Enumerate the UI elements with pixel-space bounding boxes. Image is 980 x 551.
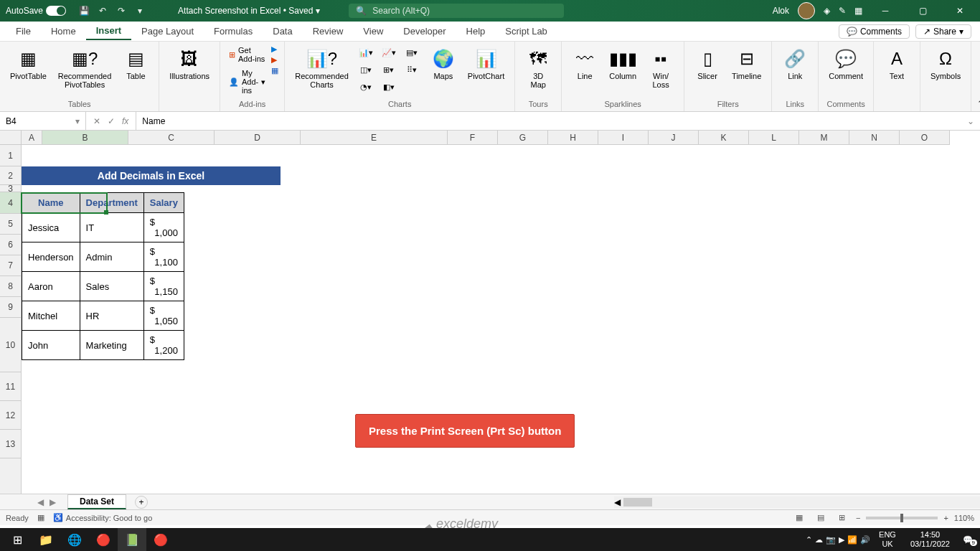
visio-icon[interactable]: ▦: [271, 66, 278, 75]
zoom-out-button[interactable]: −: [856, 514, 860, 522]
row-header[interactable]: 13: [0, 430, 21, 458]
maps-button[interactable]: 🌍Maps: [426, 44, 461, 83]
camera-icon[interactable]: 📷: [826, 535, 836, 545]
redo-icon[interactable]: ↷: [114, 4, 128, 18]
row-header[interactable]: 5: [0, 214, 21, 235]
undo-icon[interactable]: ↶: [95, 4, 110, 18]
col-header[interactable]: K: [699, 131, 749, 144]
grid-body[interactable]: Add Decimals in Excel NameDepartmentSala…: [22, 145, 980, 494]
row-header[interactable]: 7: [0, 255, 21, 276]
col-header[interactable]: B: [42, 131, 128, 144]
col-header[interactable]: N: [849, 131, 900, 144]
bing-icon[interactable]: ▶: [271, 44, 278, 54]
autosave-toggle[interactable]: AutoSave: [6, 6, 66, 16]
tab-developer[interactable]: Developer: [393, 23, 456, 39]
zoom-slider[interactable]: [866, 517, 938, 519]
get-addins-button[interactable]: ⊞Get Add-ins: [226, 44, 268, 65]
qat-dropdown-icon[interactable]: ▾: [133, 4, 147, 18]
text-button[interactable]: AText: [880, 44, 914, 83]
tray-chevron-icon[interactable]: ⌃: [806, 535, 812, 545]
people-icon[interactable]: ▶: [271, 55, 278, 65]
tab-review[interactable]: Review: [303, 23, 354, 39]
toggle-switch[interactable]: [46, 6, 66, 16]
fx-icon[interactable]: fx: [122, 116, 128, 126]
my-addins-button[interactable]: 👤My Add-ins▾: [226, 67, 268, 96]
notification-icon[interactable]: 💬9: [958, 535, 977, 545]
start-button[interactable]: ⊞: [3, 528, 32, 551]
row-header[interactable]: 10: [0, 318, 21, 372]
meet-icon[interactable]: ▶: [839, 535, 844, 545]
close-button[interactable]: ✕: [946, 0, 974, 22]
symbols-button[interactable]: ΩSymbols: [926, 44, 965, 83]
select-all-corner[interactable]: [0, 131, 22, 145]
tab-insert[interactable]: Insert: [86, 22, 131, 40]
tab-formulas[interactable]: Formulas: [204, 23, 263, 39]
tab-data[interactable]: Data: [263, 23, 302, 39]
tab-home[interactable]: Home: [41, 23, 86, 39]
tab-help[interactable]: Help: [456, 23, 496, 39]
tab-file[interactable]: File: [6, 23, 41, 39]
row-header[interactable]: 1: [0, 145, 21, 166]
formula-input[interactable]: Name: [136, 116, 961, 126]
scatter-chart-icon[interactable]: ⠿▾: [402, 62, 422, 77]
minimize-button[interactable]: ─: [871, 0, 900, 22]
normal-view-button[interactable]: ▦: [791, 512, 807, 524]
link-button[interactable]: 🔗Link: [778, 44, 812, 83]
tab-script-lab[interactable]: Script Lab: [495, 23, 557, 39]
zoom-in-button[interactable]: +: [943, 514, 948, 522]
sheet-tab-active[interactable]: Data Set: [67, 494, 126, 509]
wifi-icon[interactable]: 📶: [847, 535, 857, 545]
save-icon[interactable]: 💾: [77, 4, 91, 18]
comment-button[interactable]: 💬Comment: [824, 44, 867, 83]
col-header[interactable]: M: [799, 131, 849, 144]
opera-icon[interactable]: 🔴: [146, 528, 175, 551]
pie-chart-icon[interactable]: ◔▾: [356, 79, 376, 95]
diamond-icon[interactable]: ◈: [824, 6, 830, 16]
pivottable-button[interactable]: ▦PivotTable: [6, 44, 51, 83]
tab-view[interactable]: View: [353, 23, 393, 39]
macro-icon[interactable]: ▦: [37, 513, 44, 522]
col-header[interactable]: C: [128, 131, 215, 144]
table-button[interactable]: ▤Table: [118, 44, 153, 83]
column-chart-icon[interactable]: 📊▾: [356, 44, 376, 60]
cancel-icon[interactable]: ✕: [93, 116, 100, 126]
row-header[interactable]: 11: [0, 372, 21, 401]
enter-icon[interactable]: ✓: [108, 116, 115, 126]
onedrive-icon[interactable]: ☁: [815, 535, 823, 545]
ribbon-mode-icon[interactable]: ▦: [854, 6, 862, 16]
expand-formula-icon[interactable]: ⌄: [961, 116, 980, 126]
col-header[interactable]: I: [598, 131, 649, 144]
spark-column-button[interactable]: ▮▮▮Column: [605, 44, 641, 83]
page-break-button[interactable]: ⊞: [834, 512, 850, 524]
line-chart-icon[interactable]: 📈▾: [379, 44, 399, 60]
row-header[interactable]: 9: [0, 297, 21, 318]
zoom-level[interactable]: 110%: [954, 514, 974, 522]
prev-sheet-icon[interactable]: ◀: [37, 497, 44, 507]
bar-chart-icon[interactable]: ▤▾: [402, 44, 422, 60]
illustrations-button[interactable]: 🖼Illustrations: [165, 44, 214, 83]
col-header[interactable]: D: [215, 131, 301, 144]
chrome-icon[interactable]: 🌐: [60, 528, 89, 551]
row-header[interactable]: 4: [0, 192, 21, 214]
share-button[interactable]: ↗Share▾: [915, 24, 971, 39]
row-header[interactable]: 2: [0, 166, 21, 185]
col-header[interactable]: O: [900, 131, 950, 144]
row-header[interactable]: 8: [0, 276, 21, 297]
col-header[interactable]: L: [749, 131, 799, 144]
explorer-icon[interactable]: 📁: [32, 528, 60, 551]
col-header[interactable]: G: [498, 131, 548, 144]
title-dropdown-icon[interactable]: ▾: [316, 6, 320, 16]
maximize-button[interactable]: ▢: [908, 0, 937, 22]
row-header[interactable]: 6: [0, 235, 21, 255]
collapse-ribbon-button[interactable]: ⌃: [971, 96, 980, 111]
timeline-button[interactable]: ⊟Timeline: [727, 44, 765, 83]
add-sheet-button[interactable]: +: [135, 496, 148, 509]
row-header[interactable]: 3: [0, 185, 21, 192]
scroll-left-icon[interactable]: ◀: [614, 497, 621, 507]
col-header[interactable]: A: [22, 131, 42, 144]
col-header[interactable]: J: [649, 131, 699, 144]
name-box[interactable]: B4 ▾: [0, 112, 86, 130]
excel-icon[interactable]: 📗: [118, 528, 146, 551]
stat-chart-icon[interactable]: ⊞▾: [379, 62, 399, 77]
col-header[interactable]: H: [548, 131, 598, 144]
